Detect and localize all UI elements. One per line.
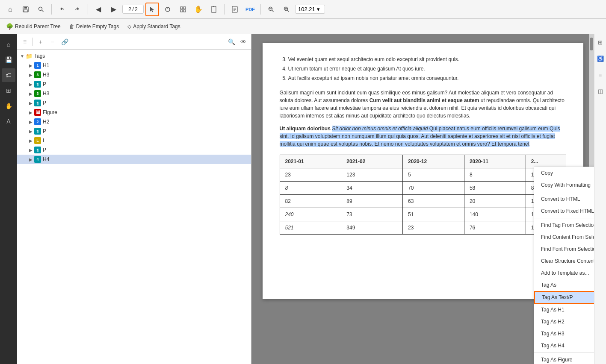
right-icon-bar: ⊞ ♿ ≡ ◫ — [594, 34, 606, 364]
tree-item-figure[interactable]: ▶ 🖼 Figure — [17, 108, 251, 117]
h2-chevron[interactable]: ▶ — [27, 118, 34, 125]
pages-view-button[interactable] — [176, 3, 190, 16]
pages-icon-btn[interactable]: ⊞ — [2, 84, 15, 97]
page-indicator[interactable]: 2 / 2 — [122, 5, 144, 14]
ctx-copy-formatting[interactable]: Copy With Formatting — [534, 179, 594, 191]
pdf-viewer[interactable]: Vel eveniet quam est sequi architecto eu… — [251, 34, 594, 364]
undo-button[interactable] — [55, 3, 69, 16]
ctx-add-template-label: Add to Template as... — [541, 270, 589, 276]
remove-tag-button[interactable]: − — [47, 37, 58, 47]
zoom-out-button[interactable] — [264, 3, 278, 16]
add-tag-button[interactable]: + — [35, 37, 46, 47]
figure-chevron[interactable]: ▶ — [27, 109, 34, 116]
tree-item-p4[interactable]: ▶ ¶ P — [17, 145, 251, 155]
ctx-sep-2 — [534, 218, 594, 218]
save-icon-btn[interactable]: 💾 — [2, 53, 15, 67]
svg-rect-8 — [183, 7, 186, 9]
collapse-all-button[interactable]: ≡ — [20, 37, 30, 47]
tree-item-h2[interactable]: ▶ 2 H2 — [17, 117, 251, 126]
ctx-tag-as-figure[interactable]: Tag As Figure — [534, 354, 594, 364]
separator-4 — [260, 4, 261, 15]
tree-item-p3[interactable]: ▶ ¶ P — [17, 126, 251, 136]
home-button[interactable]: ⌂ — [3, 3, 17, 16]
p4-badge: ¶ — [34, 147, 41, 153]
tree-item-l[interactable]: ▶ L L — [17, 136, 251, 145]
pdf-button[interactable]: PDF — [243, 3, 257, 16]
delete-empty-tags-button[interactable]: 🗑 Delete Empty Tags — [67, 22, 122, 31]
tree-item-h1[interactable]: ▶ 1 H1 — [17, 61, 251, 70]
list-item-5: Aut facilis excepturi ad ipsam nobis non… — [288, 74, 566, 82]
tree-item-p1[interactable]: ▶ ¶ P — [17, 79, 251, 89]
ctx-tag-as-h3[interactable]: Tag As H3 — [534, 328, 594, 340]
link-button[interactable]: 🔗 — [59, 37, 70, 47]
context-menu: Copy Ctrl+C Copy With Formatting Convert… — [534, 167, 594, 364]
rebuild-label: Rebuild Parent Tree — [15, 23, 61, 29]
ctx-add-template[interactable]: Add to Template as... ▶ — [534, 267, 594, 279]
ctx-tag-as-h4[interactable]: Tag As H4 — [534, 340, 594, 352]
tree-item-h4[interactable]: ▶ 4 H4 — [17, 155, 251, 164]
l-badge: L — [34, 137, 41, 144]
zoom-select[interactable]: 102.21 ▾ — [295, 5, 325, 14]
touch-button[interactable] — [161, 3, 174, 16]
search-tree-button[interactable]: 🔍 — [226, 37, 236, 47]
tree-item-h3-1[interactable]: ▶ 3 H3 — [17, 70, 251, 79]
p3-label: P — [43, 128, 46, 134]
tree-root[interactable]: ▼ 📁 Tags — [17, 51, 251, 61]
cursor-tool-button[interactable] — [145, 3, 159, 16]
p4-label: P — [43, 147, 46, 153]
root-chevron[interactable]: ▼ — [19, 53, 26, 59]
p3-chevron[interactable]: ▶ — [27, 128, 34, 135]
separator-3 — [224, 4, 225, 15]
h4-badge: 4 — [34, 156, 41, 163]
l-chevron[interactable]: ▶ — [27, 137, 34, 144]
ctx-convert-fixed-html[interactable]: Convert to Fixed HTML — [534, 205, 594, 217]
nav-next-button[interactable]: ▶ — [107, 3, 121, 16]
ctx-tag-as-h4-label: Tag As H4 — [541, 343, 565, 349]
ctx-tag-as-h2[interactable]: Tag As H2 — [534, 316, 594, 328]
home-icon-btn[interactable]: ⌂ — [2, 38, 15, 51]
redo-button[interactable] — [71, 3, 84, 16]
ctx-find-font[interactable]: Find Font From Selection — [534, 243, 594, 255]
right-icon-1[interactable]: ⊞ — [596, 38, 605, 47]
main-layout: ⌂ 💾 🏷 ⊞ ✋ A ≡ + − 🔗 🔍 👁 ▼ 📁 Tags — [0, 34, 606, 364]
h3-1-chevron[interactable]: ▶ — [27, 71, 34, 78]
ctx-find-tag[interactable]: Find Tag From Selection — [534, 219, 594, 231]
p2-chevron[interactable]: ▶ — [27, 100, 34, 106]
right-icon-3[interactable]: ≡ — [596, 70, 605, 79]
ctx-clear-marks[interactable]: Clear Structure Content Marks — [534, 255, 594, 267]
h3-2-chevron[interactable]: ▶ — [27, 90, 34, 97]
search-button[interactable] — [34, 3, 48, 16]
h1-chevron[interactable]: ▶ — [27, 62, 34, 69]
rebuild-parent-tree-button[interactable]: 🌳 Rebuild Parent Tree — [3, 22, 63, 31]
doc-props-button[interactable] — [228, 3, 242, 16]
hand-tool-button[interactable]: ✋ — [192, 3, 205, 16]
col-header-3: 2020-12 — [403, 155, 464, 168]
p1-chevron[interactable]: ▶ — [27, 81, 34, 88]
table-row: 231235816 — [280, 168, 566, 182]
ctx-copy[interactable]: Copy Ctrl+C — [534, 167, 594, 179]
p4-chevron[interactable]: ▶ — [27, 147, 34, 153]
scrollbar-thumb[interactable] — [590, 38, 593, 50]
right-icon-2[interactable]: ♿ — [596, 54, 605, 63]
apply-standard-tags-button[interactable]: ◇ Apply Standard Tags — [125, 22, 183, 31]
tree-item-p2[interactable]: ▶ ¶ P — [17, 98, 251, 108]
save-button[interactable] — [19, 3, 33, 16]
ctx-tag-as[interactable]: Tag As — [534, 279, 594, 291]
eye-button[interactable]: 👁 — [238, 37, 248, 47]
ctx-convert-html[interactable]: Convert to HTML Ctrl+Shift+H — [534, 193, 594, 205]
left-icon-bar: ⌂ 💾 🏷 ⊞ ✋ A — [0, 34, 17, 364]
ctx-find-content[interactable]: Find Content From Selection — [534, 231, 594, 243]
tags-icon-btn[interactable]: 🏷 — [2, 68, 15, 82]
page-current: 2 — [128, 6, 131, 12]
tree-item-h3-2[interactable]: ▶ 3 H3 — [17, 89, 251, 98]
hand-icon-btn[interactable]: ✋ — [2, 99, 15, 113]
zoom-in-button[interactable] — [280, 3, 293, 16]
right-icon-4[interactable]: ◫ — [596, 86, 605, 96]
h4-chevron[interactable]: ▶ — [27, 156, 34, 163]
separator-2 — [88, 4, 88, 15]
ctx-tag-as-text-p[interactable]: Tag As Text/P — [534, 291, 594, 304]
text-icon-btn[interactable]: A — [2, 114, 15, 128]
ctx-tag-as-h1[interactable]: Tag As H1 — [534, 304, 594, 316]
nav-prev-button[interactable]: ◀ — [92, 3, 105, 16]
single-page-button[interactable] — [207, 3, 221, 16]
